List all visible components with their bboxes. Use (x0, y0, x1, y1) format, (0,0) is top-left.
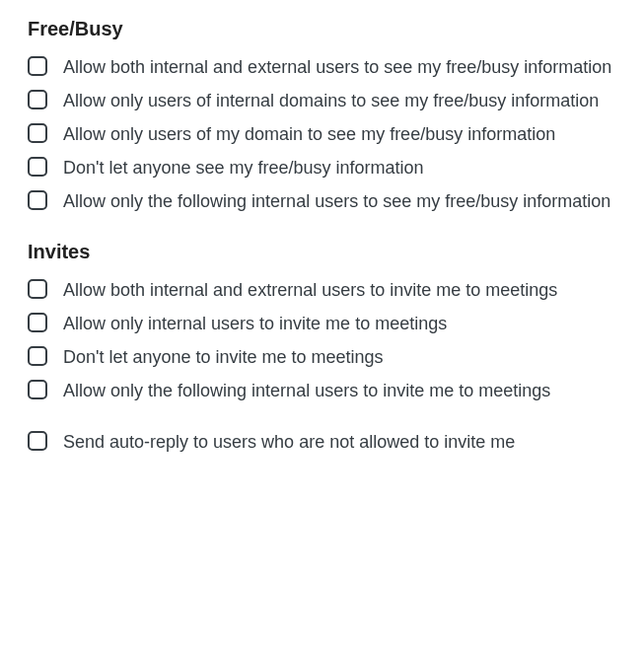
invites-auto-reply-checkbox[interactable] (28, 431, 47, 451)
invites-option-row: Allow both internal and extrernal users … (28, 277, 619, 305)
invites-option-row: Don't let anyone to invite me to meeting… (28, 344, 619, 372)
invites-deny-all-checkbox[interactable] (28, 346, 47, 366)
invites-allow-specific-users-checkbox[interactable] (28, 380, 47, 399)
freebusy-option-row: Allow only users of my domain to see my … (28, 121, 619, 149)
invites-option-row: Allow only internal users to invite me t… (28, 311, 619, 338)
freebusy-allow-all-checkbox[interactable] (28, 56, 47, 76)
invites-allow-internal-label: Allow only internal users to invite me t… (63, 311, 447, 338)
invites-heading: Invites (28, 241, 624, 263)
freebusy-section: Free/Busy Allow both internal and extern… (28, 18, 624, 215)
freebusy-option-row: Allow both internal and external users t… (28, 54, 619, 82)
freebusy-option-row: Allow only the following internal users … (28, 188, 619, 216)
freebusy-deny-all-label: Don't let anyone see my free/busy inform… (63, 155, 424, 182)
freebusy-allow-my-domain-label: Allow only users of my domain to see my … (63, 121, 555, 149)
invites-allow-internal-checkbox[interactable] (28, 313, 47, 332)
invites-allow-all-checkbox[interactable] (28, 279, 47, 299)
freebusy-allow-all-label: Allow both internal and external users t… (63, 54, 611, 82)
permissions-settings-page: Free/Busy Allow both internal and extern… (0, 0, 644, 482)
invites-deny-all-label: Don't let anyone to invite me to meeting… (63, 344, 384, 372)
freebusy-allow-specific-users-label: Allow only the following internal users … (63, 188, 610, 216)
invites-allow-all-label: Allow both internal and extrernal users … (63, 277, 557, 305)
freebusy-deny-all-checkbox[interactable] (28, 157, 47, 177)
freebusy-option-row: Don't let anyone see my free/busy inform… (28, 155, 619, 182)
freebusy-heading: Free/Busy (28, 18, 624, 40)
freebusy-allow-internal-domains-label: Allow only users of internal domains to … (63, 88, 599, 115)
invites-option-row: Allow only the following internal users … (28, 378, 619, 405)
invites-auto-reply-row: Send auto-reply to users who are not all… (28, 429, 619, 457)
invites-auto-reply-label: Send auto-reply to users who are not all… (63, 429, 515, 457)
freebusy-allow-specific-users-checkbox[interactable] (28, 190, 47, 210)
freebusy-allow-internal-domains-checkbox[interactable] (28, 90, 47, 109)
invites-allow-specific-users-label: Allow only the following internal users … (63, 378, 550, 405)
invites-section: Invites Allow both internal and extrerna… (28, 241, 624, 456)
freebusy-allow-my-domain-checkbox[interactable] (28, 123, 47, 143)
freebusy-option-row: Allow only users of internal domains to … (28, 88, 619, 115)
